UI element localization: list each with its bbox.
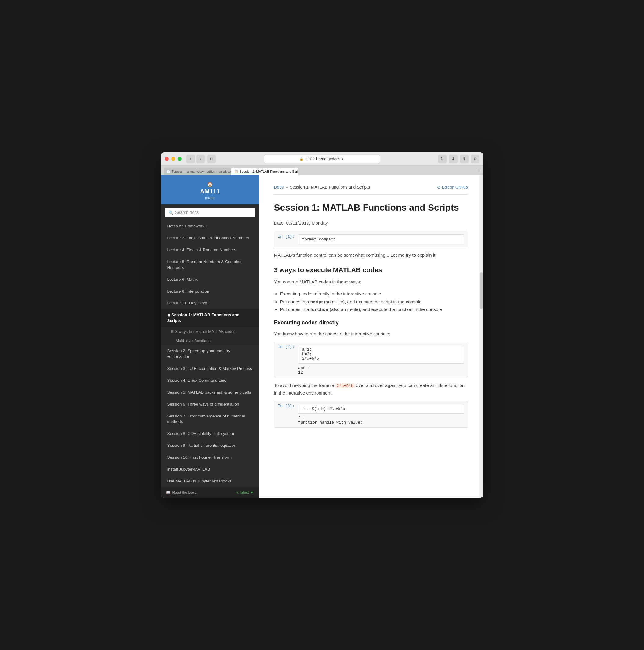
sidebar-item-session6[interactable]: Session 6: Three ways of differentiation xyxy=(161,399,259,410)
tab2-label: Session 1: MATLAB Functions and Scripts … xyxy=(240,170,298,173)
book-icon: 📖 xyxy=(166,491,171,495)
bullet-item-3: Put codes in a function (also an m-file)… xyxy=(280,305,468,314)
close-button[interactable] xyxy=(165,157,169,161)
sidebar-title: AM111 xyxy=(166,188,254,195)
rtd-label: 📖 Read the Docs xyxy=(166,491,196,495)
bullet-list: Executing codes directly in the interact… xyxy=(280,290,468,314)
sidebar: 🏠 AM111 latest 🔍 Search docs Notes on Ho… xyxy=(161,176,259,497)
expand-icon: ⊞ xyxy=(171,330,174,333)
sidebar-item-lecture4[interactable]: Lecture 4: Floats & Random Numbers xyxy=(161,244,259,256)
code-content-1[interactable]: format compact xyxy=(298,234,464,245)
search-icon: 🔍 xyxy=(169,210,173,215)
tab-am111[interactable]: 📋 Session 1: MATLAB Functions and Script… xyxy=(231,168,298,176)
sidebar-item-session10[interactable]: Session 10: Fast Fourier Transform xyxy=(161,452,259,464)
sidebar-item-lecture8[interactable]: Lecture 8: Interpolation xyxy=(161,286,259,297)
reload-button[interactable]: ↻ xyxy=(438,155,446,163)
main-area: 🏠 AM111 latest 🔍 Search docs Notes on Ho… xyxy=(161,176,483,497)
bullet-item-2: Put codes in a script (an m-file), and e… xyxy=(280,298,468,306)
home-icon: 🏠 xyxy=(166,182,254,187)
search-input[interactable]: 🔍 Search docs xyxy=(165,208,255,217)
url-text: am111.readthedocs.io xyxy=(305,156,345,161)
tab-typora[interactable]: 📄 Typora — a markdown editor, markdown r… xyxy=(164,168,231,176)
sidebar-header: 🏠 AM111 latest xyxy=(161,176,259,205)
code-output-3: f = function handle with value: xyxy=(298,414,464,425)
sidebar-nav: Notes on Homework 1 Lecture 2: Logic Gat… xyxy=(161,220,259,487)
text-paragraph-4: To avoid re-typing the formula 2*a+5*b o… xyxy=(274,382,468,397)
breadcrumb-left: Docs » Session 1: MATLAB Functions and S… xyxy=(274,185,370,189)
collapse-icon: ▣ xyxy=(167,313,170,317)
sidebar-footer: 📖 Read the Docs v: latest ▼ xyxy=(161,488,259,498)
download-button[interactable]: ⬇ xyxy=(449,155,458,163)
sidebar-item-lecture6[interactable]: Lecture 6: Matrix xyxy=(161,274,259,286)
new-tab-button[interactable]: ⧉ xyxy=(471,155,479,163)
search-placeholder: Search docs xyxy=(175,210,199,215)
content-area: Docs » Session 1: MATLAB Functions and S… xyxy=(259,176,483,497)
forward-button[interactable]: › xyxy=(196,155,205,163)
text-paragraph-3: You know how to run the codes in the int… xyxy=(274,330,468,337)
code-output-2: ans = 12 xyxy=(298,364,464,375)
sidebar-item-session9[interactable]: Session 9: Partial differential equation xyxy=(161,440,259,452)
lock-icon: 🔒 xyxy=(299,157,304,161)
tab1-label: Typora — a markdown editor, markdown rea… xyxy=(172,170,231,173)
page-title: Session 1: MATLAB Functions and Scripts xyxy=(274,202,468,213)
traffic-lights xyxy=(165,157,182,161)
inline-code-formula: 2*a+5*b xyxy=(335,383,355,389)
breadcrumb-current: Session 1: MATLAB Functions and Scripts xyxy=(290,185,370,189)
sidebar-item-session3[interactable]: Session 3: LU Factorization & Markov Pro… xyxy=(161,363,259,375)
bold-function: function xyxy=(311,307,328,312)
sidebar-item-session7[interactable]: Session 7: Error convergence of numerica… xyxy=(161,410,259,428)
in-label-2: In [2]: xyxy=(278,345,295,349)
divider xyxy=(274,194,468,195)
reader-view-button[interactable]: ⊟ xyxy=(207,155,216,163)
address-bar[interactable]: 🔒 am111.readthedocs.io xyxy=(264,155,380,163)
sidebar-item-session4[interactable]: Session 4: Linux Command Line xyxy=(161,375,259,387)
code-block-3: In [3]: f = @(a,b) 2*a+5*b f = function … xyxy=(274,401,468,428)
sidebar-item-session1[interactable]: ▣Session 1: MATLAB Functions and Scripts xyxy=(161,309,259,327)
code-content-3[interactable]: f = @(a,b) 2*a+5*b xyxy=(298,404,464,414)
sidebar-item-lecture5[interactable]: Lecture 5: Random Numbers & Complex Numb… xyxy=(161,256,259,274)
subsection-heading-1: Executing codes directly xyxy=(274,320,468,326)
sidebar-item-notes-hw1[interactable]: Notes on Homework 1 xyxy=(161,220,259,232)
code-block-2: In [2]: a=1; b=2; 2*a+5*b ans = 12 xyxy=(274,342,468,377)
back-button[interactable]: ‹ xyxy=(186,155,195,163)
sidebar-item-session8[interactable]: Session 8: ODE stability; stiff system xyxy=(161,428,259,440)
nav-buttons: ‹ › xyxy=(186,155,205,163)
tab-icon: 📄 xyxy=(167,170,170,173)
github-icon: ⊙ xyxy=(437,185,440,189)
code-block-1: In [1]: format compact xyxy=(274,231,468,247)
bold-script: script xyxy=(311,299,323,304)
code-block-2-content: a=1; b=2; 2*a+5*b ans = 12 xyxy=(298,345,464,375)
sidebar-item-session5[interactable]: Session 5: MATLAB backslash & some pitfa… xyxy=(161,387,259,399)
sidebar-subtitle: latest xyxy=(166,195,254,200)
sidebar-item-use-matlab-jupyter[interactable]: Use MATLAB in Jupyter Notebooks xyxy=(161,475,259,488)
code-content-2[interactable]: a=1; b=2; 2*a+5*b xyxy=(298,345,464,364)
text-paragraph-2: You can run MATLAB codes in these ways: xyxy=(274,278,468,286)
content-date: Date: 09/11/2017, Monday xyxy=(274,220,468,225)
tab-bar: 📄 Typora — a markdown editor, markdown r… xyxy=(161,166,483,176)
sidebar-item-3ways[interactable]: ⊞3 ways to execute MATLAB codes xyxy=(161,327,259,336)
sidebar-item-lecture2[interactable]: Lecture 2: Logic Gates & Fibonacci Numbe… xyxy=(161,232,259,244)
version-label[interactable]: v: latest ▼ xyxy=(236,491,254,495)
minimize-button[interactable] xyxy=(171,157,175,161)
scrollbar-thumb[interactable] xyxy=(480,272,482,309)
breadcrumb-separator: » xyxy=(285,185,288,189)
scrollbar-track xyxy=(479,176,483,497)
maximize-button[interactable] xyxy=(178,157,182,161)
bullet-item-1: Executing codes directly in the interact… xyxy=(280,290,468,298)
toolbar-right: ↻ ⬇ ⬆ ⧉ xyxy=(438,155,479,163)
tab2-icon: 📋 xyxy=(235,170,238,173)
sidebar-item-lecture11[interactable]: Lecture 11: Odyssey!!! xyxy=(161,297,259,309)
breadcrumb: Docs » Session 1: MATLAB Functions and S… xyxy=(274,185,468,189)
sidebar-item-session2[interactable]: Session 2: Speed-up your code by vectori… xyxy=(161,345,259,363)
sidebar-item-multilevel[interactable]: Multi-level functions xyxy=(161,336,259,345)
in-label-1: In [1]: xyxy=(278,234,295,239)
breadcrumb-docs-link[interactable]: Docs xyxy=(274,185,284,189)
in-label-3: In [3]: xyxy=(278,404,295,408)
code-block-3-content: f = @(a,b) 2*a+5*b f = function handle w… xyxy=(298,404,464,425)
add-tab-button[interactable]: + xyxy=(477,168,481,176)
text-paragraph-1: MATLAB's function control can be somewha… xyxy=(274,251,468,259)
share-button[interactable]: ⬆ xyxy=(460,155,468,163)
edit-github-link[interactable]: ⊙ Edit on GitHub xyxy=(437,185,468,189)
sidebar-item-install-jupyter[interactable]: Install Jupyter-MATLAB xyxy=(161,464,259,475)
section-heading-1: 3 ways to execute MATLAB codes xyxy=(274,266,468,274)
